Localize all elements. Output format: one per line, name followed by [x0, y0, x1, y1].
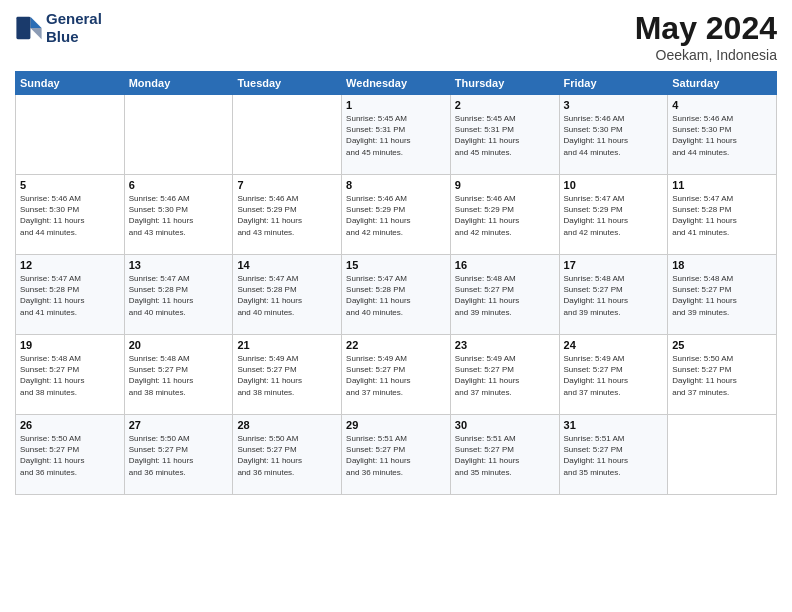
day-cell: 23Sunrise: 5:49 AMSunset: 5:27 PMDayligh…	[450, 335, 559, 415]
day-cell: 27Sunrise: 5:50 AMSunset: 5:27 PMDayligh…	[124, 415, 233, 495]
svg-marker-0	[30, 17, 41, 28]
logo: General Blue	[15, 10, 102, 46]
day-number: 30	[455, 419, 555, 431]
day-number: 4	[672, 99, 772, 111]
day-number: 25	[672, 339, 772, 351]
day-number: 24	[564, 339, 664, 351]
day-header-saturday: Saturday	[668, 72, 777, 95]
day-number: 19	[20, 339, 120, 351]
day-number: 9	[455, 179, 555, 191]
day-info: Sunrise: 5:45 AMSunset: 5:31 PMDaylight:…	[346, 113, 446, 158]
day-info: Sunrise: 5:46 AMSunset: 5:30 PMDaylight:…	[672, 113, 772, 158]
day-cell: 14Sunrise: 5:47 AMSunset: 5:28 PMDayligh…	[233, 255, 342, 335]
day-number: 13	[129, 259, 229, 271]
day-cell: 21Sunrise: 5:49 AMSunset: 5:27 PMDayligh…	[233, 335, 342, 415]
day-info: Sunrise: 5:48 AMSunset: 5:27 PMDaylight:…	[564, 273, 664, 318]
day-info: Sunrise: 5:50 AMSunset: 5:27 PMDaylight:…	[129, 433, 229, 478]
day-number: 23	[455, 339, 555, 351]
day-cell: 17Sunrise: 5:48 AMSunset: 5:27 PMDayligh…	[559, 255, 668, 335]
day-header-wednesday: Wednesday	[342, 72, 451, 95]
day-info: Sunrise: 5:46 AMSunset: 5:29 PMDaylight:…	[346, 193, 446, 238]
day-info: Sunrise: 5:49 AMSunset: 5:27 PMDaylight:…	[564, 353, 664, 398]
day-cell: 4Sunrise: 5:46 AMSunset: 5:30 PMDaylight…	[668, 95, 777, 175]
day-info: Sunrise: 5:48 AMSunset: 5:27 PMDaylight:…	[455, 273, 555, 318]
month-title: May 2024	[635, 10, 777, 47]
day-info: Sunrise: 5:51 AMSunset: 5:27 PMDaylight:…	[455, 433, 555, 478]
day-cell: 5Sunrise: 5:46 AMSunset: 5:30 PMDaylight…	[16, 175, 125, 255]
day-number: 28	[237, 419, 337, 431]
day-info: Sunrise: 5:51 AMSunset: 5:27 PMDaylight:…	[346, 433, 446, 478]
day-info: Sunrise: 5:46 AMSunset: 5:30 PMDaylight:…	[20, 193, 120, 238]
week-row-2: 5Sunrise: 5:46 AMSunset: 5:30 PMDaylight…	[16, 175, 777, 255]
calendar-table: SundayMondayTuesdayWednesdayThursdayFrid…	[15, 71, 777, 495]
day-cell: 24Sunrise: 5:49 AMSunset: 5:27 PMDayligh…	[559, 335, 668, 415]
day-info: Sunrise: 5:47 AMSunset: 5:29 PMDaylight:…	[564, 193, 664, 238]
day-info: Sunrise: 5:48 AMSunset: 5:27 PMDaylight:…	[672, 273, 772, 318]
day-number: 27	[129, 419, 229, 431]
day-number: 14	[237, 259, 337, 271]
svg-rect-2	[16, 17, 30, 39]
day-info: Sunrise: 5:48 AMSunset: 5:27 PMDaylight:…	[129, 353, 229, 398]
day-cell: 8Sunrise: 5:46 AMSunset: 5:29 PMDaylight…	[342, 175, 451, 255]
day-cell: 7Sunrise: 5:46 AMSunset: 5:29 PMDaylight…	[233, 175, 342, 255]
day-number: 8	[346, 179, 446, 191]
day-cell: 29Sunrise: 5:51 AMSunset: 5:27 PMDayligh…	[342, 415, 451, 495]
day-number: 12	[20, 259, 120, 271]
day-info: Sunrise: 5:50 AMSunset: 5:27 PMDaylight:…	[672, 353, 772, 398]
day-info: Sunrise: 5:46 AMSunset: 5:30 PMDaylight:…	[129, 193, 229, 238]
day-number: 17	[564, 259, 664, 271]
day-info: Sunrise: 5:48 AMSunset: 5:27 PMDaylight:…	[20, 353, 120, 398]
day-cell: 25Sunrise: 5:50 AMSunset: 5:27 PMDayligh…	[668, 335, 777, 415]
day-number: 3	[564, 99, 664, 111]
day-cell: 22Sunrise: 5:49 AMSunset: 5:27 PMDayligh…	[342, 335, 451, 415]
day-cell	[16, 95, 125, 175]
logo-text: General Blue	[46, 10, 102, 46]
day-cell: 26Sunrise: 5:50 AMSunset: 5:27 PMDayligh…	[16, 415, 125, 495]
logo-icon	[15, 14, 43, 42]
day-cell: 2Sunrise: 5:45 AMSunset: 5:31 PMDaylight…	[450, 95, 559, 175]
header: General Blue May 2024 Oeekam, Indonesia	[15, 10, 777, 63]
day-info: Sunrise: 5:47 AMSunset: 5:28 PMDaylight:…	[672, 193, 772, 238]
day-info: Sunrise: 5:49 AMSunset: 5:27 PMDaylight:…	[346, 353, 446, 398]
day-number: 29	[346, 419, 446, 431]
day-number: 2	[455, 99, 555, 111]
day-number: 31	[564, 419, 664, 431]
day-info: Sunrise: 5:46 AMSunset: 5:29 PMDaylight:…	[237, 193, 337, 238]
calendar-header-row: SundayMondayTuesdayWednesdayThursdayFrid…	[16, 72, 777, 95]
day-cell: 12Sunrise: 5:47 AMSunset: 5:28 PMDayligh…	[16, 255, 125, 335]
week-row-5: 26Sunrise: 5:50 AMSunset: 5:27 PMDayligh…	[16, 415, 777, 495]
day-info: Sunrise: 5:50 AMSunset: 5:27 PMDaylight:…	[237, 433, 337, 478]
day-cell: 28Sunrise: 5:50 AMSunset: 5:27 PMDayligh…	[233, 415, 342, 495]
day-header-thursday: Thursday	[450, 72, 559, 95]
day-info: Sunrise: 5:45 AMSunset: 5:31 PMDaylight:…	[455, 113, 555, 158]
day-number: 10	[564, 179, 664, 191]
day-info: Sunrise: 5:47 AMSunset: 5:28 PMDaylight:…	[20, 273, 120, 318]
location: Oeekam, Indonesia	[635, 47, 777, 63]
day-cell: 31Sunrise: 5:51 AMSunset: 5:27 PMDayligh…	[559, 415, 668, 495]
day-info: Sunrise: 5:49 AMSunset: 5:27 PMDaylight:…	[237, 353, 337, 398]
day-number: 18	[672, 259, 772, 271]
week-row-4: 19Sunrise: 5:48 AMSunset: 5:27 PMDayligh…	[16, 335, 777, 415]
title-area: May 2024 Oeekam, Indonesia	[635, 10, 777, 63]
day-number: 20	[129, 339, 229, 351]
day-number: 6	[129, 179, 229, 191]
day-number: 22	[346, 339, 446, 351]
day-cell: 3Sunrise: 5:46 AMSunset: 5:30 PMDaylight…	[559, 95, 668, 175]
day-number: 16	[455, 259, 555, 271]
day-cell: 18Sunrise: 5:48 AMSunset: 5:27 PMDayligh…	[668, 255, 777, 335]
day-cell: 9Sunrise: 5:46 AMSunset: 5:29 PMDaylight…	[450, 175, 559, 255]
svg-marker-1	[30, 28, 41, 39]
day-number: 5	[20, 179, 120, 191]
day-cell: 13Sunrise: 5:47 AMSunset: 5:28 PMDayligh…	[124, 255, 233, 335]
day-cell: 16Sunrise: 5:48 AMSunset: 5:27 PMDayligh…	[450, 255, 559, 335]
day-cell	[233, 95, 342, 175]
day-info: Sunrise: 5:49 AMSunset: 5:27 PMDaylight:…	[455, 353, 555, 398]
day-info: Sunrise: 5:46 AMSunset: 5:29 PMDaylight:…	[455, 193, 555, 238]
week-row-1: 1Sunrise: 5:45 AMSunset: 5:31 PMDaylight…	[16, 95, 777, 175]
day-header-sunday: Sunday	[16, 72, 125, 95]
day-header-tuesday: Tuesday	[233, 72, 342, 95]
calendar-body: 1Sunrise: 5:45 AMSunset: 5:31 PMDaylight…	[16, 95, 777, 495]
day-cell: 30Sunrise: 5:51 AMSunset: 5:27 PMDayligh…	[450, 415, 559, 495]
day-number: 21	[237, 339, 337, 351]
day-info: Sunrise: 5:47 AMSunset: 5:28 PMDaylight:…	[129, 273, 229, 318]
